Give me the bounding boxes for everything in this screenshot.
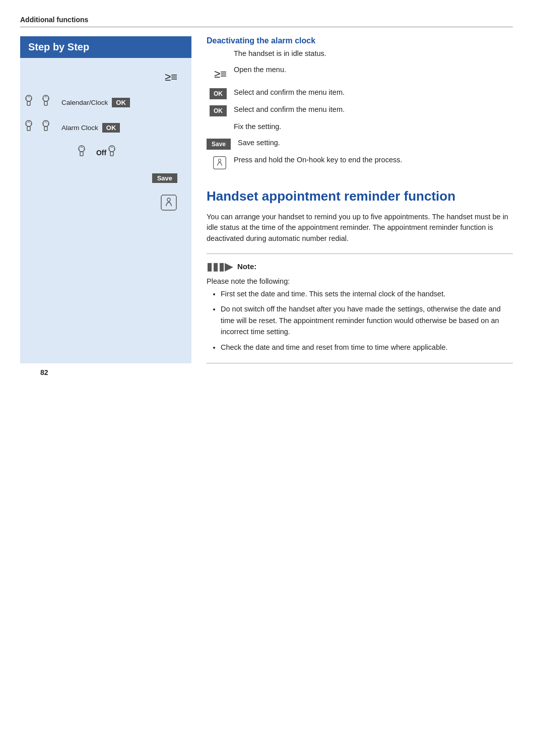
step-save-setting: Save Save setting.	[207, 138, 513, 150]
sidebar-title: Step by Step	[20, 36, 191, 58]
big-heading: Handset appointment reminder function	[207, 188, 513, 205]
svg-rect-1	[27, 101, 30, 105]
step-select-alarm: OK Select and confirm the menu item.	[207, 104, 513, 116]
step-open-menu-text: Open the menu.	[234, 65, 513, 76]
calendar-clock-label: Calendar/Clock	[61, 99, 108, 106]
note-bullet-1: First set the date and time. This sets t…	[221, 288, 513, 299]
on-hook-icon	[160, 194, 177, 213]
phone-icon-alarm-2	[42, 120, 58, 136]
step-idle: The handset is in idle status.	[207, 48, 513, 59]
phone-icon-off-left	[78, 145, 94, 161]
ok-icon-step4: OK	[210, 105, 227, 116]
step-select-alarm-text: Select and confirm the menu item.	[234, 104, 513, 115]
off-label: Off	[96, 149, 106, 157]
page-header-title: Additional functions	[20, 16, 88, 24]
svg-rect-12	[161, 195, 176, 210]
phone-icon-alarm-1	[25, 120, 41, 136]
note-bullet-2: Do not switch off the handset after you …	[221, 303, 513, 337]
step-menu-row: ≥≡	[25, 68, 186, 86]
note-header: ▮▮▮▶ Note:	[207, 260, 513, 273]
step-alarm-row: Alarm Clock OK	[25, 118, 186, 137]
note-intro: Please note the following:	[207, 277, 513, 285]
note-box: ▮▮▮▶ Note: Please note the following: Fi…	[207, 254, 513, 363]
svg-rect-5	[27, 127, 30, 131]
svg-rect-11	[110, 152, 113, 156]
hook-icon-step	[213, 156, 227, 173]
step-fix-setting: Fix the setting.	[207, 121, 513, 133]
alarm-clock-label: Alarm Clock	[61, 124, 98, 132]
step-save-row: Save	[25, 169, 186, 187]
step-fix-setting-text: Fix the setting.	[234, 121, 513, 133]
step-select-calendar-text: Select and confirm the menu item.	[234, 87, 513, 98]
main-content: Deactivating the alarm clock The handset…	[191, 36, 513, 363]
sidebar-panel: Step by Step ≥≡	[20, 36, 191, 363]
svg-rect-3	[44, 101, 47, 105]
svg-rect-13	[214, 156, 226, 169]
phone-icon-off-right	[108, 145, 124, 161]
open-menu-icon: ≥≡	[214, 66, 227, 82]
ok-button-calendar: OK	[112, 98, 130, 107]
step-idle-text: The handset is in idle status.	[234, 48, 513, 59]
step-end-process: Press and hold the On-hook key to end th…	[207, 155, 513, 173]
page-number: 82	[40, 368, 533, 376]
deactivate-title: Deactivating the alarm clock	[207, 36, 513, 45]
step-end-process-text: Press and hold the On-hook key to end th…	[234, 155, 513, 166]
menu-icon: ≥≡	[165, 71, 177, 84]
intro-paragraph: You can arrange your handset to remind y…	[207, 212, 513, 244]
note-arrow-icon: ▮▮▮▶	[207, 260, 233, 273]
step-hook-row	[25, 194, 186, 213]
step-save-setting-text: Save setting.	[238, 138, 513, 149]
note-title: Note:	[237, 262, 256, 271]
ok-icon-step3: OK	[210, 88, 227, 99]
phone-icon-left-2	[42, 95, 58, 110]
step-calendar-row: Calendar/Clock OK	[25, 93, 186, 111]
note-bullet-3: Check the date and time and reset from t…	[221, 342, 513, 353]
ok-button-alarm: OK	[102, 123, 120, 133]
phone-icon-left-1	[25, 95, 41, 110]
step-open-menu: ≥≡ Open the menu.	[207, 65, 513, 82]
note-list: First set the date and time. This sets t…	[207, 288, 513, 353]
svg-rect-7	[44, 127, 47, 131]
svg-rect-9	[80, 152, 83, 156]
save-icon-step: Save	[207, 139, 231, 150]
step-select-calendar: OK Select and confirm the menu item.	[207, 87, 513, 99]
step-off-row: Off	[25, 144, 186, 162]
save-button: Save	[152, 173, 177, 183]
